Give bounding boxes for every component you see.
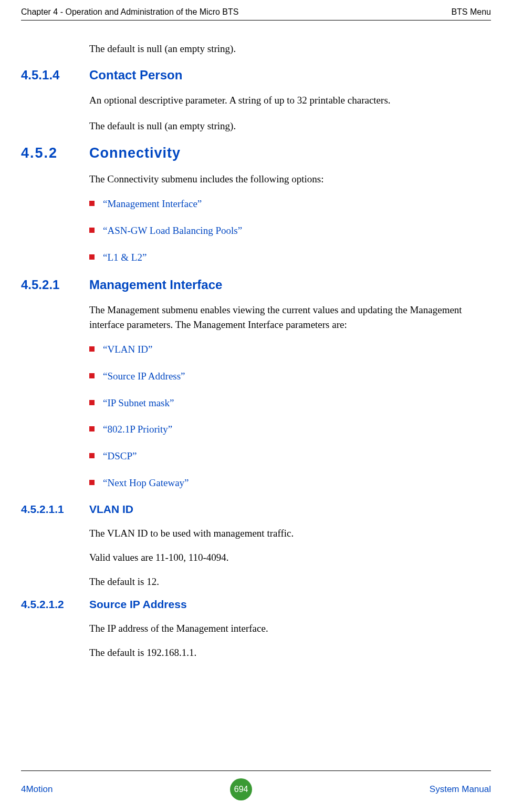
heading-title: Connectivity — [89, 145, 181, 161]
heading-number: 4.5.2 — [21, 145, 89, 161]
heading-number: 4.5.2.1 — [21, 277, 89, 292]
connectivity-options-list: “Management Interface” “ASN-GW Load Bala… — [89, 198, 491, 264]
paragraph: The VLAN ID to be used with management t… — [89, 526, 491, 541]
heading-number: 4.5.2.1.2 — [21, 598, 89, 611]
list-item[interactable]: “Management Interface” — [89, 198, 491, 211]
paragraph: The Connectivity submenu includes the fo… — [89, 172, 491, 187]
list-item[interactable]: “Source IP Address” — [89, 370, 491, 383]
list-item[interactable]: “IP Subnet mask” — [89, 397, 491, 410]
page-number-badge: 694 — [230, 778, 252, 800]
header-right: BTS Menu — [451, 7, 491, 17]
list-item[interactable]: “Next Hop Gateway” — [89, 477, 491, 490]
footer-left: 4Motion — [21, 784, 53, 795]
heading-number: 4.5.1.4 — [21, 68, 89, 83]
running-footer: 4Motion 694 System Manual — [21, 770, 491, 812]
heading-title: Management Interface — [89, 277, 222, 292]
running-header: Chapter 4 - Operation and Administration… — [21, 0, 491, 20]
list-item[interactable]: “L1 & L2” — [89, 251, 491, 264]
paragraph: The IP address of the Management interfa… — [89, 621, 491, 636]
list-item[interactable]: “DSCP” — [89, 450, 491, 463]
paragraph: An optional descriptive parameter. A str… — [89, 93, 491, 108]
heading-title: VLAN ID — [89, 503, 133, 516]
paragraph: The default is 12. — [89, 574, 491, 589]
heading-4-5-2-1-2: 4.5.2.1.2 Source IP Address — [21, 598, 491, 611]
list-item[interactable]: “ASN-GW Load Balancing Pools” — [89, 224, 491, 238]
heading-4-5-2-1-1: 4.5.2.1.1 VLAN ID — [21, 503, 491, 516]
paragraph: The default is 192.168.1.1. — [89, 645, 491, 660]
paragraph: The default is null (an empty string). — [89, 119, 491, 133]
heading-title: Source IP Address — [89, 598, 187, 611]
list-item[interactable]: “VLAN ID” — [89, 343, 491, 356]
paragraph: Valid values are 11-100, 110-4094. — [89, 550, 491, 565]
list-item[interactable]: “802.1P Priority” — [89, 423, 491, 436]
intro-paragraph: The default is null (an empty string). — [89, 42, 491, 56]
heading-4-5-2: 4.5.2 Connectivity — [21, 145, 491, 161]
paragraph: The Management submenu enables viewing t… — [89, 303, 491, 332]
heading-4-5-1-4: 4.5.1.4 Contact Person — [21, 68, 491, 83]
header-left: Chapter 4 - Operation and Administration… — [21, 7, 238, 17]
page-content: The default is null (an empty string). 4… — [21, 20, 491, 770]
mgmt-interface-params-list: “VLAN ID” “Source IP Address” “IP Subnet… — [89, 343, 491, 489]
heading-number: 4.5.2.1.1 — [21, 503, 89, 516]
heading-4-5-2-1: 4.5.2.1 Management Interface — [21, 277, 491, 292]
footer-right: System Manual — [430, 784, 491, 795]
heading-title: Contact Person — [89, 68, 182, 83]
